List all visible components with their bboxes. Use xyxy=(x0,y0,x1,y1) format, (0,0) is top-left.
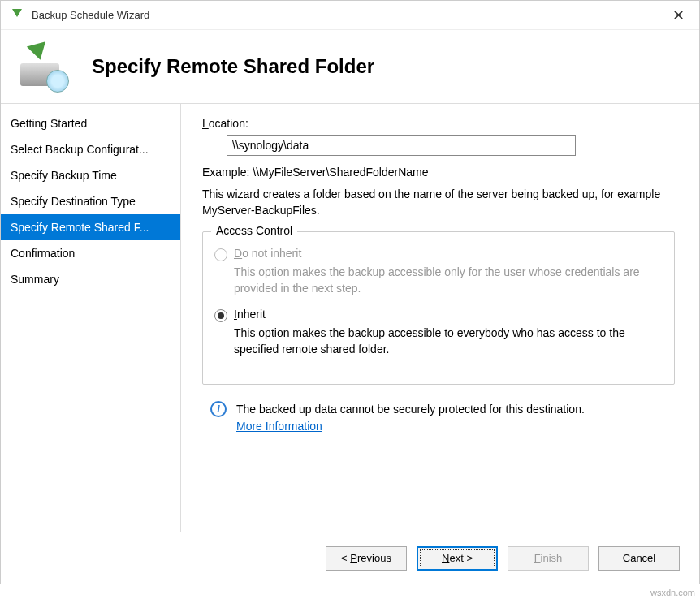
info-icon: i xyxy=(210,401,227,417)
radio-do-not-inherit-desc: This option makes the backup accessible … xyxy=(234,265,663,296)
radio-do-not-inherit-label: Do not inherit xyxy=(234,247,301,260)
info-block: i The backed up data cannot be securely … xyxy=(210,401,675,435)
location-input[interactable] xyxy=(227,135,576,156)
step-specify-remote-shared-folder[interactable]: Specify Remote Shared F... xyxy=(1,214,180,240)
steps-sidebar: Getting Started Select Backup Configurat… xyxy=(1,104,181,532)
content-pane: Location: Example: \\MyFileServer\Shared… xyxy=(181,104,699,532)
step-confirmation[interactable]: Confirmation xyxy=(1,240,180,266)
step-specify-destination-type[interactable]: Specify Destination Type xyxy=(1,188,180,214)
page-title: Specify Remote Shared Folder xyxy=(92,55,374,78)
step-summary[interactable]: Summary xyxy=(1,266,180,292)
previous-button[interactable]: < Previous xyxy=(326,546,407,571)
cancel-button[interactable]: Cancel xyxy=(598,546,680,571)
access-control-legend: Access Control xyxy=(211,224,297,237)
finish-button: Finish xyxy=(508,546,589,571)
wizard-body: Getting Started Select Backup Configurat… xyxy=(1,103,699,532)
close-icon[interactable]: ✕ xyxy=(666,3,691,28)
banner: Specify Remote Shared Folder xyxy=(1,30,699,103)
info-text-block: The backed up data cannot be securely pr… xyxy=(236,401,585,435)
radio-inherit-block: Inherit This option makes the backup acc… xyxy=(214,308,663,357)
next-button[interactable]: Next > xyxy=(417,546,498,571)
window-title: Backup Schedule Wizard xyxy=(32,9,666,21)
radio-inherit-desc: This option makes the backup accessible … xyxy=(234,325,663,357)
radio-inherit[interactable] xyxy=(214,309,227,322)
info-message: The backed up data cannot be securely pr… xyxy=(236,403,585,416)
step-specify-backup-time[interactable]: Specify Backup Time xyxy=(1,162,180,188)
step-getting-started[interactable]: Getting Started xyxy=(1,110,180,136)
titlebar: Backup Schedule Wizard ✕ xyxy=(1,1,699,30)
button-footer: < Previous Next > Finish Cancel xyxy=(1,532,699,584)
step-select-backup-configuration[interactable]: Select Backup Configurat... xyxy=(1,136,180,162)
watermark: wsxdn.com xyxy=(650,588,695,597)
wizard-window: Backup Schedule Wizard ✕ Specify Remote … xyxy=(0,0,700,584)
wizard-description: This wizard creates a folder based on th… xyxy=(202,187,675,218)
location-label: Location: xyxy=(202,117,675,130)
more-information-link[interactable]: More Information xyxy=(236,420,322,433)
backup-icon xyxy=(9,7,25,24)
banner-backup-icon xyxy=(17,41,69,93)
radio-do-not-inherit-block: Do not inherit This option makes the bac… xyxy=(214,247,663,296)
radio-inherit-label[interactable]: Inherit xyxy=(234,308,266,321)
access-control-group: Access Control Do not inherit This optio… xyxy=(202,231,675,384)
radio-do-not-inherit xyxy=(214,248,227,261)
location-example: Example: \\MyFileServer\SharedFolderName xyxy=(202,166,675,179)
